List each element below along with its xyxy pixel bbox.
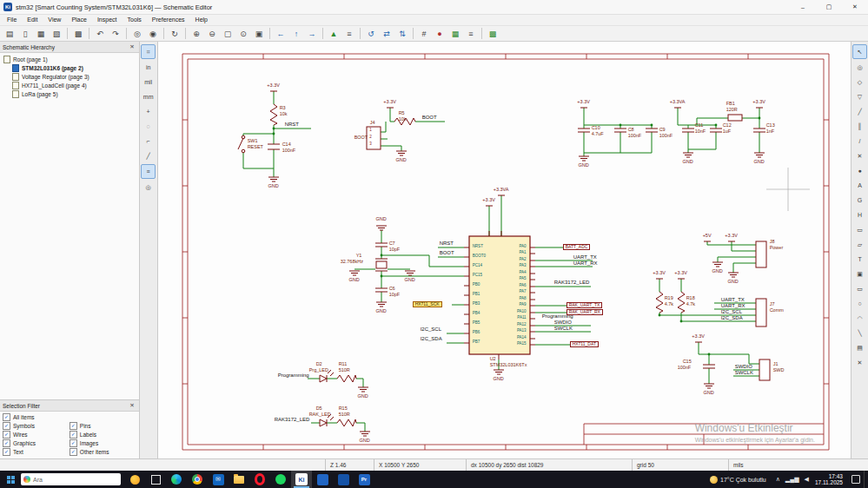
net-label[interactable]: SWDIO [554,320,572,325]
net-label[interactable]: UART_RX [721,303,745,308]
checkbox-icon[interactable]: ✓ [70,431,77,439]
net-label[interactable]: BOOT [422,115,437,120]
page-settings-icon[interactable]: ▯ [18,26,33,41]
checkbox-icon[interactable]: ✓ [3,422,10,430]
power-label[interactable]: +3.3V [653,271,666,276]
net-label[interactable]: UART_TX [573,254,597,260]
mirror-v-icon[interactable]: ⇅ [395,26,410,41]
cursor-shape-icon[interactable]: + [142,105,155,118]
zoom-out-icon[interactable]: ⊖ [205,26,220,41]
add-junction-icon[interactable]: ● [853,164,866,177]
field-label[interactable]: Prg_LED [309,368,328,373]
field-label[interactable]: J7 [770,302,775,307]
filter-graphics[interactable]: ✓Graphics [3,439,70,446]
gnd-label[interactable]: GND [376,217,387,222]
field-label[interactable]: 100nF [678,366,692,371]
field-label[interactable]: RAK_LED [309,412,331,418]
add-lines-icon[interactable]: ╲ [853,326,866,340]
field-label[interactable]: J1 [773,362,779,367]
net-label[interactable]: UART_RX [573,260,598,266]
menu-help[interactable]: Help [190,16,213,23]
notification-center-button[interactable] [848,471,864,488]
field-label[interactable]: BOOT [354,135,368,141]
filter-symbols[interactable]: ✓Symbols [3,422,70,429]
field-label[interactable]: SW1 [248,139,258,144]
menu-edit[interactable]: Edit [22,16,43,23]
gnd-label[interactable]: GND [494,377,504,382]
add-sheet-icon[interactable]: ▭ [853,223,866,236]
close-button[interactable]: ✕ [842,0,868,14]
gnd-label[interactable]: GND [358,394,368,399]
gnd-label[interactable]: GND [712,269,723,274]
checkbox-icon[interactable]: ✓ [70,448,77,456]
add-image-icon[interactable]: ▤ [853,341,866,354]
add-text-icon[interactable]: T [853,253,866,266]
power-label[interactable]: +3.3VA [670,100,686,105]
field-label[interactable]: J4 [370,121,375,126]
field-label[interactable]: 1uF [723,129,731,135]
power-label[interactable]: +3.3V [482,198,495,203]
paste-icon[interactable]: ▩ [71,26,86,41]
volume-icon[interactable]: ◀ [805,476,809,483]
file-explorer-icon[interactable] [229,471,249,488]
field-label[interactable]: R15 [339,406,348,412]
add-rectangle-icon[interactable]: ▭ [853,282,866,295]
hierarchy-item[interactable]: Root (page 1) [0,55,139,63]
field-label[interactable]: Comm [770,308,784,313]
highlight-net-icon[interactable]: ◎ [142,181,155,194]
net-label[interactable]: BOOT [440,250,454,255]
app-blue-1-icon[interactable] [312,471,333,488]
nav-back-icon[interactable]: ← [274,26,288,41]
weather-text[interactable]: 17°C Çok bulutlu [720,477,766,483]
field-label[interactable]: D2 [316,362,322,367]
chrome-icon[interactable] [187,471,208,488]
gnd-label[interactable]: GND [268,184,279,189]
checkbox-icon[interactable]: ✓ [70,439,77,447]
net-label[interactable]: I2C_SCL [421,326,441,332]
net-label[interactable]: SWCLK [554,326,573,331]
global-label[interactable]: BATT_ADC [563,244,591,250]
gnd-label[interactable]: GND [728,280,739,285]
net-label[interactable]: NRST [440,241,454,246]
gnd-label[interactable]: GND [349,278,360,283]
net-label[interactable]: RAK3172_LED [275,417,310,422]
power-label[interactable]: +3.3VA [494,188,509,193]
filter-wires[interactable]: ✓Wires [3,431,70,438]
task-view-icon[interactable] [145,471,166,488]
save-icon[interactable]: ▤ [3,26,17,41]
field-label[interactable]: 1nF [766,129,774,135]
menu-tools[interactable]: Tools [122,16,146,23]
annotate-icon[interactable]: # [417,26,432,41]
add-circle-icon[interactable]: ○ [853,297,866,310]
field-label[interactable]: 510R [339,368,350,373]
field-label[interactable]: R19 [665,296,673,301]
pin-number[interactable]: 1 [369,129,372,133]
grid-toggle-icon[interactable]: ⌗ [141,44,156,59]
hierarchy-panel-icon[interactable]: ≡ [141,164,156,179]
zoom-page-icon[interactable]: ▢ [221,26,235,41]
power-label[interactable]: +3.3V [577,100,590,105]
global-label[interactable]: RAK_UART_RX [567,309,603,315]
field-label[interactable]: Power [770,246,784,251]
spotify-icon[interactable] [270,471,291,488]
clock[interactable]: 17:43 17.11.2025 [815,473,843,485]
checkbox-icon[interactable]: ✓ [3,448,10,456]
units-mm-icon[interactable]: mm [142,90,155,103]
hierarchy-item[interactable]: Voltage Regulator (page 3) [0,72,139,81]
power-label[interactable]: +3.3V [725,234,738,239]
field-label[interactable]: C10 [592,126,600,131]
hierarchy-item[interactable]: LoRa (page 5) [0,89,139,98]
field-label[interactable]: C7 [389,241,395,247]
field-label[interactable]: 120R [726,108,738,113]
close-icon[interactable]: ✕ [128,43,136,50]
kicad-icon[interactable]: Ki [291,471,312,488]
gnd-label[interactable]: GND [704,391,714,396]
checkbox-icon[interactable]: ✓ [3,439,10,447]
power-label[interactable]: +3.3V [692,334,705,340]
net-label[interactable]: SWCLK [735,370,753,375]
proteus-icon[interactable]: Pr [354,471,374,488]
gnd-label[interactable]: GND [683,160,693,165]
field-label[interactable]: Y1 [356,254,362,259]
field-label[interactable]: 100nF [282,148,296,154]
filter-labels[interactable]: ✓Labels [70,431,136,438]
